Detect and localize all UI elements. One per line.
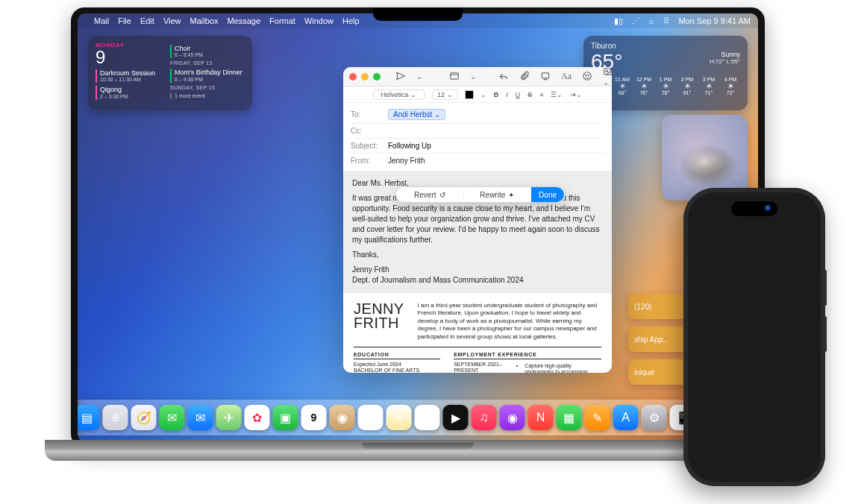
menubar-datetime[interactable]: Mon Sep 9 9:41 AM bbox=[678, 16, 751, 25]
close-icon[interactable] bbox=[349, 73, 357, 81]
cc-input[interactable] bbox=[388, 127, 604, 135]
dock-app-settings[interactable]: ⚙︎ bbox=[642, 405, 667, 430]
dock-app-pages[interactable]: ✎ bbox=[585, 405, 610, 430]
cal-section: SUNDAY, SEP 15 bbox=[170, 85, 245, 90]
hour-label: 1 PM bbox=[656, 77, 675, 82]
svg-point-5 bbox=[588, 75, 589, 75]
emoji-button[interactable] bbox=[582, 71, 592, 83]
strike-button[interactable]: S bbox=[528, 91, 532, 98]
list-button[interactable]: ☰⌄ bbox=[551, 91, 563, 98]
dock-app-launchpad[interactable]: ⁜ bbox=[103, 405, 128, 430]
from-value[interactable]: Jenny Frith bbox=[388, 157, 425, 165]
window-titlebar[interactable]: ⌄ ⌄ Aa ⌄ bbox=[343, 67, 612, 86]
done-button[interactable]: Done bbox=[531, 187, 564, 202]
dock-app-mail[interactable]: ✉︎ bbox=[188, 405, 213, 430]
menubar-item[interactable]: Format bbox=[269, 16, 295, 25]
battery-icon[interactable]: ▮▯ bbox=[614, 16, 623, 26]
calendar-weekday: MONDAY bbox=[96, 42, 164, 48]
dock-app-messages[interactable]: ✉︎ bbox=[160, 405, 185, 430]
font-size-picker[interactable]: 12 ⌄ bbox=[432, 89, 458, 100]
hour-label: 12 PM bbox=[634, 77, 654, 82]
header-fields-button[interactable] bbox=[449, 71, 460, 83]
menubar-item[interactable]: Help bbox=[342, 16, 360, 25]
minimize-icon[interactable] bbox=[361, 73, 369, 81]
align-button[interactable]: ≡ bbox=[539, 91, 543, 98]
chevron-down-icon[interactable]: ⌄ bbox=[470, 72, 476, 81]
menubar-item[interactable]: Mailbox bbox=[190, 16, 219, 25]
bold-button[interactable]: B bbox=[494, 91, 499, 98]
hour-temp: 70° bbox=[656, 90, 675, 95]
dock-app-tv[interactable]: ▶︎ bbox=[443, 405, 469, 430]
menubar-app[interactable]: Mail bbox=[94, 16, 109, 25]
menubar-item[interactable]: Message bbox=[227, 16, 260, 25]
menubar-item[interactable]: Window bbox=[304, 16, 334, 25]
attach-icon[interactable] bbox=[519, 71, 530, 83]
italic-button[interactable]: I bbox=[506, 91, 508, 98]
dock-app-news[interactable]: N bbox=[528, 405, 554, 430]
dock-app-maps[interactable]: ✈︎ bbox=[216, 405, 242, 430]
cal-event-more: 1 more event bbox=[175, 93, 245, 99]
iphone-camera-icon bbox=[765, 205, 771, 211]
dock-app-facetime[interactable]: ▣ bbox=[273, 405, 298, 430]
subject-label: Subject: bbox=[351, 142, 384, 150]
menubar-item[interactable]: View bbox=[163, 16, 181, 25]
control-center-icon[interactable]: ⠿ bbox=[663, 16, 669, 26]
font-picker[interactable]: Helvetica ⌄ bbox=[373, 89, 425, 100]
resume-intro: I am a third-year student undergraduate … bbox=[418, 302, 601, 341]
dock-app-podcasts[interactable]: ◉ bbox=[500, 405, 525, 430]
indent-button[interactable]: ⇥⌄ bbox=[570, 91, 582, 98]
reply-icon[interactable] bbox=[498, 71, 509, 83]
mail-compose-window: ⌄ ⌄ Aa ⌄ bbox=[343, 67, 612, 373]
dock-app-appstore[interactable]: A bbox=[613, 405, 639, 430]
dock-app-music[interactable]: ♫ bbox=[472, 405, 497, 430]
svg-point-4 bbox=[586, 75, 586, 75]
photo-picker-button[interactable]: ⌄ bbox=[603, 67, 612, 86]
dock-app-contacts[interactable]: ◉ bbox=[330, 405, 355, 430]
calendar-widget[interactable]: MONDAY 9 Darkroom Session 10:30 – 11:30 … bbox=[88, 36, 252, 110]
resume-heading: EDUCATION bbox=[354, 352, 440, 359]
attachment-resume: JENNY FRITH I am a third-year student un… bbox=[343, 293, 612, 373]
format-button[interactable]: Aa bbox=[561, 71, 572, 82]
dock-app-notes[interactable]: ✎ bbox=[386, 405, 412, 430]
rewrite-button[interactable]: Rewrite ✦ bbox=[463, 191, 531, 199]
body-signature: Dept. of Journalism and Mass Communicati… bbox=[352, 275, 603, 286]
cal-event-time: 2 – 3:30 PM bbox=[100, 94, 164, 100]
hour-temp: 91° bbox=[677, 90, 697, 95]
markup-icon[interactable] bbox=[540, 71, 551, 83]
resume-line: Expected June 2024 bbox=[354, 362, 440, 368]
send-button[interactable] bbox=[395, 71, 406, 83]
mail-headers: To: Andi Herbst⌄ Cc: Subject: From: bbox=[343, 103, 612, 171]
cal-event-title: Qigong bbox=[100, 86, 164, 93]
dock-app-finder[interactable]: ▤ bbox=[78, 405, 100, 430]
dock-app-photos[interactable]: ✿ bbox=[245, 405, 270, 430]
revert-button[interactable]: Revert ↺ bbox=[396, 191, 463, 199]
recipient-chip[interactable]: Andi Herbst⌄ bbox=[388, 109, 445, 120]
dock-app-safari[interactable]: 🧭 bbox=[131, 405, 157, 430]
resume-name: FRITH bbox=[354, 316, 404, 330]
chevron-down-icon[interactable]: ⌄ bbox=[480, 91, 486, 98]
resume-line: BACHELOR OF FINE ARTS bbox=[354, 368, 440, 373]
spotlight-icon[interactable]: ⌕ bbox=[649, 16, 654, 25]
hour-temp: 71° bbox=[699, 90, 719, 95]
wifi-icon[interactable]: ⋰ bbox=[632, 16, 640, 26]
window-traffic-lights[interactable] bbox=[349, 73, 381, 81]
svg-rect-2 bbox=[542, 72, 548, 78]
sun-icon: ☀︎ bbox=[677, 82, 697, 90]
dock-app-freeform[interactable]: ✦ bbox=[415, 405, 440, 430]
color-picker[interactable] bbox=[466, 91, 473, 98]
menubar-item[interactable]: Edit bbox=[140, 16, 154, 25]
body-signature: Jenny Frith bbox=[352, 265, 603, 275]
menubar-item[interactable]: File bbox=[118, 16, 131, 25]
sun-icon: ☀︎ bbox=[721, 82, 740, 90]
chevron-down-icon[interactable]: ⌄ bbox=[416, 72, 422, 81]
cal-event-title: Darkroom Session bbox=[100, 69, 164, 77]
subject-input[interactable] bbox=[388, 142, 604, 150]
dock-app-calendar[interactable]: 9 bbox=[301, 405, 327, 430]
underline-button[interactable]: U bbox=[516, 91, 521, 98]
sun-icon: ☀︎ bbox=[613, 82, 632, 90]
dock-app-numbers[interactable]: ▦ bbox=[557, 405, 582, 430]
zoom-icon[interactable] bbox=[373, 73, 381, 81]
hour-temp: 68° bbox=[613, 90, 632, 95]
to-label: To: bbox=[351, 110, 384, 119]
dock-app-reminders[interactable]: ☰ bbox=[358, 405, 384, 430]
